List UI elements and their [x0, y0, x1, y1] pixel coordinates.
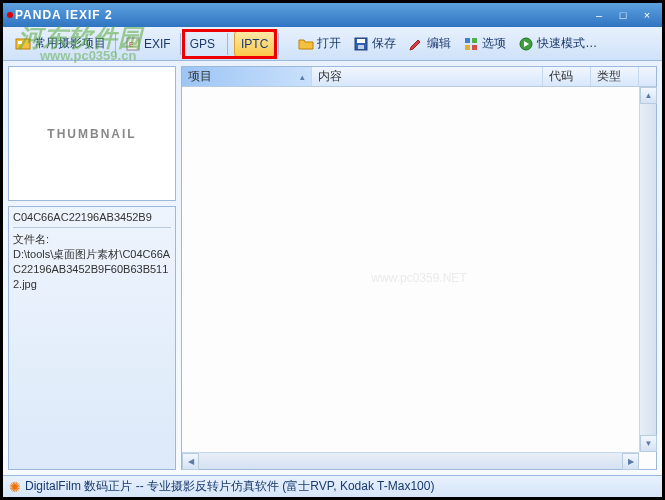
horizontal-scrollbar[interactable]: ◀ ▶ — [182, 452, 639, 469]
save-label: 保存 — [372, 35, 396, 52]
svg-rect-5 — [357, 39, 365, 43]
app-title: PANDA IEXIF 2 — [15, 8, 113, 22]
edit-button[interactable]: 编辑 — [402, 31, 457, 57]
quick-mode-label: 快速模式… — [537, 35, 597, 52]
vertical-scrollbar[interactable]: ▲ ▼ — [639, 87, 656, 452]
exif-button[interactable]: E EXIF — [119, 31, 177, 57]
edit-icon — [408, 36, 424, 52]
save-icon — [353, 36, 369, 52]
grid-body: www.pc0359.NET — [182, 87, 656, 469]
options-icon — [463, 36, 479, 52]
quick-mode-button[interactable]: 快速模式… — [512, 31, 603, 57]
thumbnail-placeholder: THUMBNAIL — [47, 127, 136, 141]
exif-icon: E — [125, 36, 141, 52]
iptc-button[interactable]: IPTC — [234, 31, 275, 57]
scroll-right-button[interactable]: ▶ — [622, 453, 639, 470]
svg-text:E: E — [129, 41, 134, 48]
options-button[interactable]: 选项 — [457, 31, 512, 57]
open-button[interactable]: 打开 — [292, 31, 347, 57]
iptc-label: IPTC — [241, 37, 268, 51]
titlebar: PANDA IEXIF 2 – □ × — [3, 3, 662, 27]
options-label: 选项 — [482, 35, 506, 52]
starburst-icon: ✺ — [9, 479, 21, 495]
scroll-up-button[interactable]: ▲ — [640, 87, 657, 104]
close-button[interactable]: × — [636, 7, 658, 23]
status-ad-text[interactable]: DigitalFilm 数码正片 -- 专业摄影反转片仿真软件 (富士RVP, … — [25, 478, 434, 495]
toolbar: 常用摄影项目 E EXIF GPS IPTC 打开 保存 — [3, 27, 662, 61]
statusbar: ✺ DigitalFilm 数码正片 -- 专业摄影反转片仿真软件 (富士RVP… — [3, 475, 662, 497]
data-grid: 项目▴ 内容 代码 类型 www.pc0359.NET ▲ ▼ ◀ ▶ — [181, 66, 657, 470]
folder-open-icon — [298, 36, 314, 52]
app-icon-dot — [7, 12, 13, 18]
quick-mode-icon — [518, 36, 534, 52]
file-hash: C04C66AC22196AB3452B9 — [13, 211, 171, 228]
svg-rect-6 — [358, 45, 364, 49]
column-header-type[interactable]: 类型 — [591, 67, 639, 86]
gps-button[interactable]: GPS — [184, 31, 221, 57]
common-items-button[interactable]: 常用摄影项目 — [9, 31, 112, 57]
scroll-left-button[interactable]: ◀ — [182, 453, 199, 470]
svg-rect-7 — [465, 38, 470, 43]
grid-watermark: www.pc0359.NET — [371, 271, 466, 285]
sort-indicator-icon: ▴ — [300, 72, 305, 82]
scroll-down-button[interactable]: ▼ — [640, 435, 657, 452]
column-header-item[interactable]: 项目▴ — [182, 67, 312, 86]
toolbar-separator — [115, 33, 116, 55]
grid-header: 项目▴ 内容 代码 类型 — [182, 67, 656, 87]
common-items-icon — [15, 36, 31, 52]
maximize-button[interactable]: □ — [612, 7, 634, 23]
left-pane: THUMBNAIL C04C66AC22196AB3452B9 文件名: D:\… — [8, 66, 176, 470]
file-path: D:\tools\桌面图片素材\C04C66AC22196AB3452B9F60… — [13, 247, 171, 292]
toolbar-separator — [227, 33, 228, 55]
toolbar-separator — [278, 33, 279, 55]
minimize-button[interactable]: – — [588, 7, 610, 23]
gps-label: GPS — [190, 37, 215, 51]
svg-rect-8 — [472, 38, 477, 43]
filename-label: 文件名: — [13, 232, 171, 247]
edit-label: 编辑 — [427, 35, 451, 52]
open-label: 打开 — [317, 35, 341, 52]
gps-iptc-group: GPS IPTC — [184, 31, 276, 57]
common-items-label: 常用摄影项目 — [34, 35, 106, 52]
thumbnail-box: THUMBNAIL — [8, 66, 176, 201]
svg-rect-9 — [465, 45, 470, 50]
content-area: THUMBNAIL C04C66AC22196AB3452B9 文件名: D:\… — [3, 61, 662, 475]
toolbar-separator — [180, 33, 181, 55]
column-header-code[interactable]: 代码 — [543, 67, 591, 86]
exif-label: EXIF — [144, 37, 171, 51]
svg-rect-1 — [18, 41, 22, 44]
file-info-box: C04C66AC22196AB3452B9 文件名: D:\tools\桌面图片… — [8, 206, 176, 470]
column-header-content[interactable]: 内容 — [312, 67, 543, 86]
save-button[interactable]: 保存 — [347, 31, 402, 57]
svg-rect-10 — [472, 45, 477, 50]
